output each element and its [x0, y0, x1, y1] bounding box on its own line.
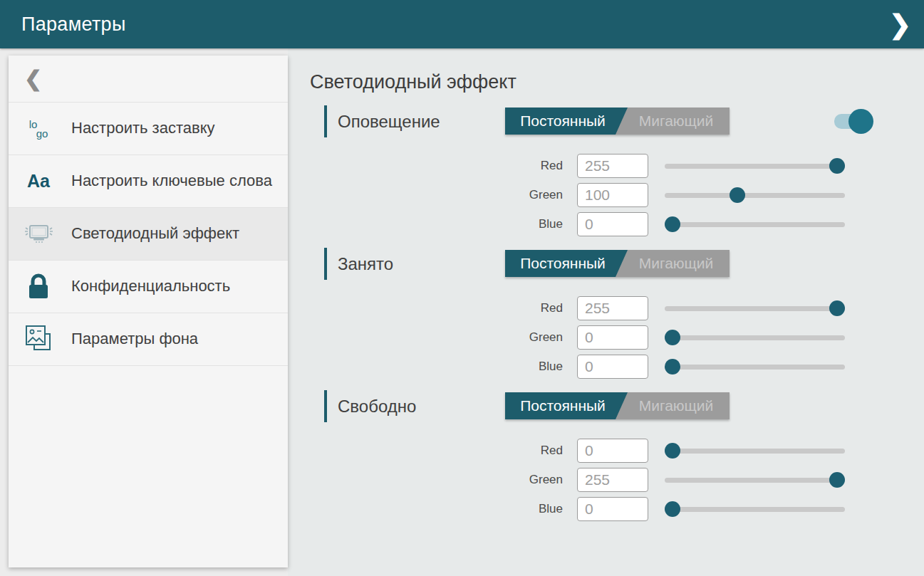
tab-blinking[interactable]: Мигающий: [616, 392, 730, 419]
settings-sidebar: ❮ lo go Настроить заставку Aa Настроить …: [9, 56, 288, 567]
channel-label: Red: [310, 159, 563, 173]
notification-enabled-toggle[interactable]: [834, 109, 873, 134]
slider-track: [665, 222, 845, 227]
slider-thumb[interactable]: [665, 501, 680, 517]
channel-label: Blue: [310, 360, 563, 374]
slider-track: [665, 478, 845, 483]
sidebar-item-keywords[interactable]: Aa Настроить ключевые слова: [9, 155, 288, 208]
blue-slider[interactable]: [665, 359, 845, 375]
slider-track: [665, 164, 845, 169]
slider-thumb[interactable]: [665, 443, 680, 459]
channel-row-red: Red: [310, 439, 924, 463]
channel-row-green: Green: [310, 325, 924, 350]
blue-value-input[interactable]: [577, 212, 648, 236]
sidebar-item-led-effect[interactable]: Светодиодный эффект: [9, 208, 288, 261]
sidebar-item-label: Конфиденциальность: [71, 277, 230, 296]
sidebar-back-button[interactable]: ❮: [9, 56, 288, 103]
section-title: Занято: [338, 254, 393, 274]
slider-thumb[interactable]: [829, 300, 845, 316]
forward-chevron-icon[interactable]: ❯: [889, 11, 911, 38]
channel-label: Blue: [310, 502, 563, 516]
section-title: Оповещение: [338, 112, 440, 132]
sidebar-item-label: Настроить заставку: [71, 119, 215, 138]
green-value-input[interactable]: [577, 325, 648, 350]
logo-icon: lo go: [21, 120, 56, 138]
section-busy: Занято Постоянный Мигающий Red Green: [310, 248, 924, 379]
green-value-input[interactable]: [577, 183, 648, 207]
led-screen-icon: [21, 220, 56, 248]
images-icon: [21, 323, 56, 356]
red-slider[interactable]: [665, 158, 845, 174]
green-slider[interactable]: [665, 472, 845, 488]
tab-blinking[interactable]: Мигающий: [616, 250, 730, 277]
green-value-input[interactable]: [577, 468, 648, 492]
mode-tabs: Постоянный Мигающий: [505, 108, 730, 135]
red-value-input[interactable]: [577, 154, 648, 178]
red-value-input[interactable]: [577, 296, 648, 320]
tab-solid[interactable]: Постоянный: [505, 108, 628, 135]
blue-value-input[interactable]: [577, 497, 648, 521]
red-slider[interactable]: [665, 443, 845, 459]
red-slider[interactable]: [665, 300, 845, 316]
channel-label: Green: [310, 188, 563, 202]
slider-track: [665, 365, 845, 370]
slider-thumb[interactable]: [665, 330, 680, 345]
sidebar-item-label: Настроить ключевые слова: [71, 172, 272, 191]
blue-slider[interactable]: [665, 501, 845, 517]
back-chevron-icon: ❮: [24, 66, 42, 91]
channel-row-blue: Blue: [310, 497, 924, 521]
mode-tabs: Постоянный Мигающий: [505, 392, 730, 419]
toggle-knob: [848, 109, 873, 134]
tab-blinking[interactable]: Мигающий: [616, 108, 730, 135]
sidebar-item-label: Светодиодный эффект: [71, 224, 239, 244]
slider-track: [665, 193, 845, 198]
slider-thumb[interactable]: [829, 158, 845, 174]
slider-track: [665, 449, 845, 454]
slider-track: [665, 335, 845, 340]
channel-row-red: Red: [310, 296, 924, 320]
page-title: Светодиодный эффект: [310, 70, 924, 94]
section-accent-bar: [324, 105, 327, 137]
channel-row-blue: Blue: [310, 212, 924, 236]
slider-thumb[interactable]: [665, 216, 680, 232]
channel-row-blue: Blue: [310, 355, 924, 379]
mode-tabs: Постоянный Мигающий: [505, 250, 730, 277]
slider-thumb[interactable]: [730, 187, 745, 203]
slider-thumb[interactable]: [665, 359, 680, 375]
section-free: Свободно Постоянный Мигающий Red Green: [310, 390, 924, 521]
channel-row-red: Red: [310, 154, 924, 178]
blue-slider[interactable]: [665, 216, 845, 232]
sidebar-item-screensaver[interactable]: lo go Настроить заставку: [9, 103, 288, 155]
section-title: Свободно: [338, 397, 416, 417]
red-value-input[interactable]: [577, 439, 648, 463]
slider-track: [665, 306, 845, 311]
channel-row-green: Green: [310, 468, 924, 492]
main-panel: Светодиодный эффект Оповещение Постоянны…: [288, 48, 924, 576]
channel-label: Red: [310, 301, 563, 315]
channel-label: Green: [310, 473, 563, 487]
lock-icon: [21, 271, 56, 303]
blue-value-input[interactable]: [577, 355, 648, 379]
channel-row-green: Green: [310, 183, 924, 207]
sidebar-item-background[interactable]: Параметры фона: [9, 313, 288, 366]
channel-label: Blue: [310, 217, 563, 231]
green-slider[interactable]: [665, 330, 845, 345]
channel-label: Green: [310, 330, 563, 345]
section-accent-bar: [324, 390, 327, 422]
sidebar-item-privacy[interactable]: Конфиденциальность: [9, 261, 288, 313]
green-slider[interactable]: [665, 187, 845, 203]
channel-label: Red: [310, 444, 563, 458]
sidebar-item-label: Параметры фона: [71, 330, 198, 349]
slider-thumb[interactable]: [829, 472, 845, 488]
slider-track: [665, 507, 845, 512]
section-notification: Оповещение Постоянный Мигающий Red: [310, 105, 924, 236]
tab-solid[interactable]: Постоянный: [505, 392, 628, 419]
section-accent-bar: [324, 248, 327, 280]
text-aa-icon: Aa: [21, 171, 56, 192]
app-header: Параметры ❯: [0, 0, 924, 48]
app-title: Параметры: [21, 14, 126, 36]
tab-solid[interactable]: Постоянный: [505, 250, 628, 277]
